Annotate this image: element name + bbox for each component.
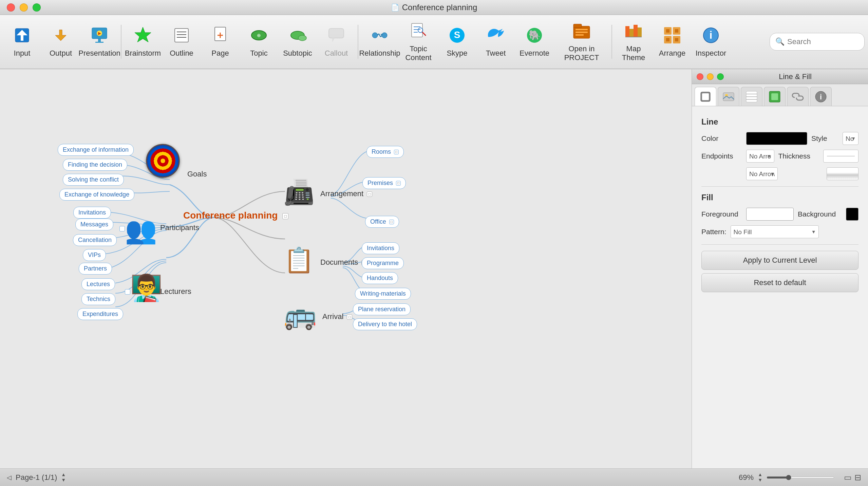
finding-decision-node[interactable]: Finding the decision [63,159,127,171]
subtopic-label: Subtopic [283,49,312,58]
line-style-label: Style [811,134,838,143]
svg-marker-8 [135,27,151,42]
svg-point-19 [298,35,306,41]
toolbar-evernote[interactable]: 🐘 Evernote [516,18,553,66]
pattern-select[interactable]: No Fill Solid Gradient Hatched [731,225,819,238]
panel-minimize-button[interactable] [707,73,714,80]
skype-icon: S [448,26,467,48]
partners-node[interactable]: Partners [79,263,112,275]
toolbar-page[interactable]: Page [202,18,239,66]
inspector-label: Inspector [696,49,727,58]
toolbar-subtopic[interactable]: Subtopic [279,18,316,66]
delivery-hotel-node[interactable]: Delivery to the hotel [353,318,417,330]
lecturers-expand[interactable] [125,288,130,295]
arrangement-node[interactable]: Arrangement □ [316,187,377,200]
toolbar-topic-content[interactable]: Topic Content [400,18,437,66]
single-view-icon[interactable]: ▭ [844,473,852,482]
line-color-row: Color Style No Line Solid Dashed Dotted … [701,132,858,145]
toolbar-tweet[interactable]: Tweet [477,18,514,66]
panel-tab-info[interactable]: i [810,87,832,106]
thickness-indicator [827,156,855,156]
toolbar-callout[interactable]: Callout [318,18,355,66]
rooms-node[interactable]: Rooms □ [366,146,404,158]
panel-tab-link[interactable] [787,87,809,106]
handouts-node[interactable]: Handouts [362,272,398,284]
panel-close-button[interactable] [697,73,703,80]
solving-conflict-node[interactable]: Solving the conflict [63,174,124,186]
toolbar-skype[interactable]: S Skype [438,18,476,66]
participants-node[interactable]: Participants [155,221,204,234]
vips-node[interactable]: VIPs [83,249,106,261]
expenditures-node[interactable]: Expenditures [77,308,123,320]
writing-materials-node[interactable]: Writing-materials [355,288,411,300]
apply-button[interactable]: Apply to Current Level [701,251,858,270]
office-node[interactable]: Office □ [365,216,399,228]
panel-tab-image[interactable] [718,87,739,106]
brainstorm-label: Brainstorm [125,49,161,58]
page-arrows[interactable]: ▲ ▼ [61,472,66,483]
skype-label: Skype [447,49,467,58]
messages-node[interactable]: Messages [75,219,113,230]
title-bar: 📄 Conference planning [0,0,868,15]
svg-rect-38 [575,32,588,33]
thickness-bar [823,150,859,163]
split-view-icon[interactable]: ⊟ [854,473,861,482]
maximize-button[interactable] [33,3,41,12]
endpoint2-select[interactable]: No Arrows Arrow Diamond [746,167,778,180]
svg-rect-40 [625,26,629,37]
participants-expand[interactable] [119,225,125,231]
cancellation-node[interactable]: Cancellation [73,234,117,246]
programme-node[interactable]: Programme [362,257,404,269]
close-button[interactable] [7,3,15,12]
search-box: 🔍 [770,33,865,51]
endpoints-label: Endpoints [701,152,742,160]
toolbar-brainstorm[interactable]: Brainstorm [124,18,162,66]
toolbar-inspector[interactable]: i Inspector [692,18,730,66]
toolbar-arrange[interactable]: Arrange [654,18,691,66]
line-style-select[interactable]: No Line Solid Dashed Dotted [843,132,858,145]
svg-rect-20 [329,29,344,38]
zoom-slider[interactable] [767,476,834,479]
goals-node[interactable]: Goals [183,168,211,181]
line-style-wrapper: No Line Solid Dashed Dotted ▼ [843,132,858,145]
toolbar-topic[interactable]: ⊕ Topic [240,18,278,66]
search-input[interactable] [787,37,859,46]
background-swatch[interactable] [846,208,858,221]
panel-maximize-button[interactable] [717,73,724,80]
panel-tab-pattern[interactable] [741,87,762,106]
arrival-node[interactable]: Arrival □ [318,310,357,323]
line-color-swatch[interactable] [746,132,807,145]
toolbar-presentation[interactable]: ▶ Presentation [81,18,118,66]
premises-node[interactable]: Premises □ [362,177,406,189]
lecturers-node[interactable]: Lecturers [155,285,196,298]
reset-button[interactable]: Reset to default [701,273,858,292]
toolbar-open-project[interactable]: Open in PROJECT [554,18,609,66]
panel-tab-fill[interactable] [764,87,786,106]
svg-marker-2 [55,30,66,41]
exchange-knowledge-node[interactable]: Exchange of knowledge [59,189,134,201]
endpoint1-select[interactable]: No Arrows Arrow Diamond [746,150,774,163]
panel-tab-shape[interactable] [695,87,716,106]
zoom-arrows[interactable]: ▲ ▼ [758,472,762,483]
endpoint2-wrapper: No Arrows Arrow Diamond ▼ [746,167,778,180]
toolbar-input[interactable]: Input [3,18,41,66]
invitations-node[interactable]: Invitations [73,207,111,219]
open-project-icon [572,21,591,43]
toolbar-output[interactable]: Output [42,18,79,66]
foreground-swatch[interactable] [746,208,794,221]
exchange-info-node[interactable]: Exchange of information [58,144,134,156]
arrival-icon: 🚌 [284,300,317,331]
panel-title: Line & Fill [779,72,812,81]
minimize-button[interactable] [20,3,28,12]
toolbar-outline[interactable]: Outline [163,18,200,66]
technics-node[interactable]: Technics [81,293,115,305]
section-divider-2 [701,244,858,245]
canvas[interactable]: Conference planning □ Goals Exchange of … [0,69,692,468]
center-node[interactable]: Conference planning □ [183,210,288,221]
lectures-node[interactable]: Lectures [81,278,115,290]
subtopic-icon [288,26,307,48]
toolbar-map-theme[interactable]: Map Theme [615,18,652,66]
doc-invitations-node[interactable]: Invitations [362,242,399,254]
toolbar-relationship[interactable]: Relationship [361,18,398,66]
plane-reservation-node[interactable]: Plane reservation [353,303,411,315]
